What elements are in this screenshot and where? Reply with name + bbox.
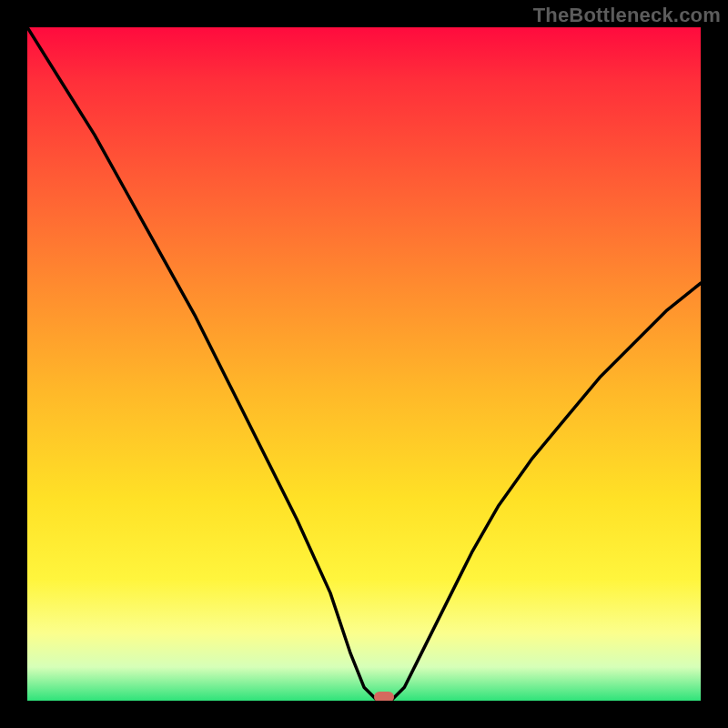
chart-canvas: TheBottleneck.com bbox=[0, 0, 728, 728]
plot-area bbox=[27, 27, 701, 701]
watermark-text: TheBottleneck.com bbox=[533, 4, 721, 27]
optimal-point-marker bbox=[374, 692, 394, 701]
bottleneck-curve bbox=[27, 27, 701, 701]
